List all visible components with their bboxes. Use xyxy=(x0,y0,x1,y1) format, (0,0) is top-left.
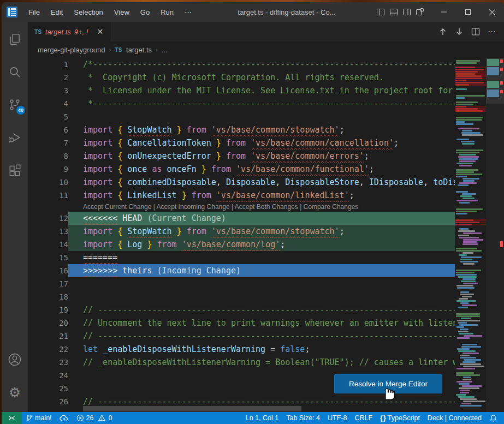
code-line[interactable]: 16>>>>>>> theirs (Incoming Change) xyxy=(28,264,455,277)
remote-indicator[interactable] xyxy=(2,412,22,424)
tab-close-icon[interactable]: ✕ xyxy=(94,27,105,37)
git-branch-status[interactable]: main! xyxy=(22,412,56,424)
error-mark xyxy=(500,59,503,63)
code-line[interactable]: 18 xyxy=(28,290,455,303)
breadcrumb-symbol[interactable]: ... xyxy=(162,46,168,54)
code-line[interactable]: 8import { onUnexpectedError } from 'vs/b… xyxy=(28,150,455,163)
vscode-logo-icon[interactable] xyxy=(7,7,17,17)
explorer-icon[interactable] xyxy=(2,26,28,52)
tab-label: target.ts xyxy=(45,28,71,36)
search-icon[interactable] xyxy=(2,59,28,85)
code-line[interactable]: 22let _enableDisposeWithListenerWarning … xyxy=(28,343,455,356)
previous-change-icon[interactable] xyxy=(436,25,449,38)
breadcrumb-file[interactable]: target.ts xyxy=(126,46,152,54)
code-line[interactable]: 23// _enableDisposeWithListenerWarning =… xyxy=(28,356,455,369)
error-mark xyxy=(500,81,503,85)
toggle-panel-icon[interactable] xyxy=(389,8,398,16)
code-line[interactable]: 5 xyxy=(28,110,455,123)
code-line[interactable]: 4 *-------------------------------------… xyxy=(28,97,455,110)
menu-edit[interactable]: Edit xyxy=(45,4,68,20)
resolve-in-merge-editor-button[interactable]: Resolve in Merge Editor xyxy=(334,374,442,393)
warning-count: 0 xyxy=(108,414,112,422)
split-editor-icon[interactable] xyxy=(469,25,482,38)
breadcrumb-separator: › xyxy=(109,46,111,53)
tab-size[interactable]: Tab Size: 4 xyxy=(282,412,324,424)
code-line[interactable]: 11import { LinkedList } from 'vs/base/co… xyxy=(28,189,455,202)
encoding[interactable]: UTF-8 xyxy=(324,412,351,424)
code-line[interactable]: 17 xyxy=(28,277,455,290)
code-line[interactable]: 9import { once as onceFn } from 'vs/base… xyxy=(28,163,455,176)
horizontal-scrollbar[interactable] xyxy=(83,406,301,411)
toggle-sidebar-icon[interactable] xyxy=(376,8,385,16)
minimize-button[interactable] xyxy=(432,2,456,22)
minimap[interactable] xyxy=(455,58,486,412)
breadcrumb-separator: › xyxy=(156,46,158,53)
overview-ruler[interactable] xyxy=(486,58,504,412)
cursor-position[interactable]: Ln 1, Col 1 xyxy=(242,412,282,424)
branch-name: main! xyxy=(35,414,52,422)
code-line[interactable]: 2 * Copyright (c) Microsoft Corporation.… xyxy=(28,71,455,84)
settings-gear-icon[interactable]: ⚙ xyxy=(2,379,28,405)
close-button[interactable] xyxy=(480,2,504,22)
code-line[interactable]: 14import { Log } from 'vs/base/common/lo… xyxy=(28,238,455,251)
typescript-file-icon: TS xyxy=(115,47,122,53)
window-title: target.ts - diffing-dataset - Co... xyxy=(197,8,376,16)
maximize-button[interactable] xyxy=(456,2,480,22)
code-line[interactable]: 20// Uncomment the next line to print wa… xyxy=(28,316,455,330)
merge-codelens-actions[interactable]: Accept Current Change | Accept Incoming … xyxy=(68,202,455,212)
error-count: 26 xyxy=(86,414,94,422)
typescript-file-icon: TS xyxy=(34,29,42,35)
menu-selection[interactable]: Selection xyxy=(68,4,108,20)
code-line[interactable]: 10import { combinedDisposable, Disposabl… xyxy=(28,176,455,189)
tab-bar: TS target.ts 9+, ! ✕ ⋯ xyxy=(28,22,504,41)
layout-controls xyxy=(376,8,424,16)
menu-run[interactable]: Run xyxy=(155,4,179,20)
breadcrumb-folder[interactable]: merge-git-playground xyxy=(38,46,105,54)
error-mark xyxy=(500,241,503,247)
menu-view[interactable]: View xyxy=(109,4,135,20)
source-control-icon[interactable]: 40 xyxy=(2,92,28,118)
problems-status[interactable]: 26 0 xyxy=(73,412,116,424)
menu-bar: FileEditSelectionViewGoRun⋯ xyxy=(23,4,197,20)
error-mark xyxy=(500,90,503,93)
editor-actions: ⋯ xyxy=(436,22,504,41)
menu-⋯[interactable]: ⋯ xyxy=(179,4,197,20)
breadcrumb: merge-git-playground › TS target.ts › ..… xyxy=(28,41,504,58)
toggle-secondary-sidebar-icon[interactable] xyxy=(402,8,411,16)
activity-bar: 40 ⚙ xyxy=(2,22,28,412)
code-lines: 1/*-------------------------------------… xyxy=(28,58,455,412)
code-line[interactable]: 12<<<<<<< HEAD (Current Change) xyxy=(28,212,455,225)
code-line[interactable]: 13import { StopWatch } from 'vs/base/com… xyxy=(28,225,455,238)
menu-go[interactable]: Go xyxy=(135,4,155,20)
more-actions-icon[interactable]: ⋯ xyxy=(485,25,499,38)
language-mode[interactable]: { } TypeScript xyxy=(376,412,424,424)
accounts-icon[interactable] xyxy=(2,347,28,373)
remote-connection-status[interactable]: Deck | Connected xyxy=(424,412,485,424)
run-debug-icon[interactable] xyxy=(2,124,28,151)
vscode-window: FileEditSelectionViewGoRun⋯ target.ts - … xyxy=(2,2,504,424)
code-line[interactable]: 19// -----------------------------------… xyxy=(28,303,455,316)
error-mark xyxy=(500,68,503,71)
merge-conflict-mark xyxy=(487,59,499,66)
title-bar: FileEditSelectionViewGoRun⋯ target.ts - … xyxy=(2,2,504,22)
notifications-bell-icon[interactable] xyxy=(485,412,504,424)
code-line[interactable]: 3 * Licensed under the MIT License. See … xyxy=(28,84,455,97)
code-line[interactable]: 1/*-------------------------------------… xyxy=(28,58,455,71)
tab-target-ts[interactable]: TS target.ts 9+, ! ✕ xyxy=(28,22,111,41)
code-line[interactable]: 6import { StopWatch } from 'vs/base/comm… xyxy=(28,123,455,136)
braces-icon: { } xyxy=(380,414,386,422)
scm-badge: 40 xyxy=(16,106,25,115)
window-controls xyxy=(432,2,504,22)
code-editor[interactable]: 1/*-------------------------------------… xyxy=(28,58,504,412)
code-line[interactable]: 7import { CancellationToken } from 'vs/b… xyxy=(28,136,455,150)
status-bar: main! 26 0 Ln 1, Col 1 Tab Size: 4 UTF-8… xyxy=(2,412,504,424)
code-line[interactable]: 15======= xyxy=(28,251,455,264)
customize-layout-icon[interactable] xyxy=(416,8,424,16)
menu-file[interactable]: File xyxy=(23,4,45,20)
code-line[interactable]: 21// -----------------------------------… xyxy=(28,330,455,343)
extensions-icon[interactable] xyxy=(2,157,28,183)
sync-changes-button[interactable] xyxy=(56,412,73,424)
eol-sequence[interactable]: CRLF xyxy=(351,412,376,424)
next-change-icon[interactable] xyxy=(453,25,466,38)
merge-conflict-mark xyxy=(487,89,499,97)
